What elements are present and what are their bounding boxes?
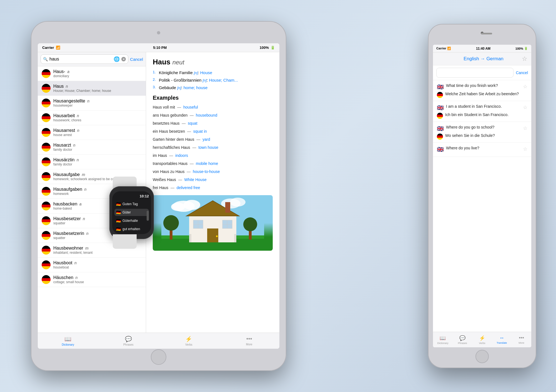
- scene: Carrier 📶 5:10 PM 100% 🔋: [14, 13, 542, 379]
- word-title: Hausärztin n: [53, 157, 79, 162]
- iphone-screen: Carrier 📶 11:40 AM 100% 🔋 English → Germ…: [433, 45, 531, 347]
- ipad-time: 5:10 PM: [153, 46, 167, 50]
- phrase-de-text: Welche Zeit haben Sie Arbeit zu beenden?: [445, 91, 527, 97]
- list-item[interactable]: Häuschen n cottage; small house: [38, 272, 146, 287]
- phrase-star-button[interactable]: ☆: [523, 104, 527, 110]
- list-item[interactable]: Hausarzt n family doctor: [38, 140, 146, 155]
- german-flag-icon: [42, 231, 51, 240]
- phrase-group: 🇬🇧 Where do you live? ☆: [433, 143, 531, 157]
- iphone-wifi-icon: 📶: [447, 47, 451, 50]
- favorite-star-button[interactable]: ☆: [522, 55, 527, 62]
- watch-word-label: Güter: [122, 210, 131, 214]
- phrase-english: 🇬🇧 Where do you go to school? ☆: [437, 125, 527, 132]
- tab-phrases[interactable]: 💬 Phrases: [98, 334, 159, 348]
- watch-list-item[interactable]: 🇩🇪 Guten Tag: [114, 200, 149, 208]
- watch-word-label: gut erhalten: [122, 227, 140, 231]
- watch-list-item[interactable]: 🇩🇪 gut erhalten: [114, 225, 149, 233]
- dictionary-tab-icon: 📖: [64, 336, 71, 342]
- word-text: Hausarbeit n housework; chores: [53, 113, 81, 122]
- tab-more[interactable]: ••• More: [219, 334, 280, 348]
- list-item[interactable]: Hausarrest n house arrest: [38, 125, 146, 140]
- word-title: Hausboot n: [53, 260, 77, 265]
- ipad-camera: [157, 31, 160, 34]
- list-item[interactable]: Haus n House; House; Chamber; home; hous…: [38, 81, 146, 96]
- ipad-search-input-wrap[interactable]: 🔍 haus 🌐 ✕: [41, 54, 128, 64]
- word-text: Hausärztin n family doctor: [53, 157, 79, 166]
- iphone-time: 11:40 AM: [476, 47, 490, 51]
- word-subtitle: house arrest: [53, 133, 79, 137]
- german-flag-icon: [42, 275, 51, 284]
- list-item[interactable]: Hausboot n houseboat: [38, 258, 146, 272]
- watch-flag-icon: 🇩🇪: [116, 202, 121, 206]
- german-flag-icon: [42, 69, 51, 78]
- watch-crown[interactable]: [147, 211, 149, 221]
- ipad-wifi-icon: 📶: [56, 46, 60, 50]
- verbs-tab-label: Verbs: [479, 342, 485, 345]
- iphone-tab-translate[interactable]: ↔ Translate: [492, 334, 512, 345]
- list-item[interactable]: Hausarbeit n housework; chores: [38, 110, 146, 125]
- ipad-home-button[interactable]: [151, 349, 166, 365]
- svg-point-11: [243, 217, 257, 231]
- phrase-german: Wo sehen Sie in die Schule?: [437, 133, 527, 140]
- iphone-tabbar: 📖 Dictionary 💬 Phrases ⚡ Verbs ↔ Transla…: [433, 332, 531, 347]
- phrase-group: 🇬🇧 I am a student in San Francisco. ☆ Ic…: [433, 101, 531, 122]
- ipad-search-text: haus: [49, 57, 112, 62]
- phrase-star-button[interactable]: ☆: [523, 125, 527, 131]
- definition-title: Haus neut: [153, 58, 273, 66]
- def-text: Politik - Großbritannien [n]: House; Cha…: [159, 77, 238, 83]
- carrier-label: Carrier: [436, 47, 446, 50]
- iphone-tab-phrases[interactable]: 💬 Phrases: [453, 334, 472, 346]
- list-item[interactable]: Haus- a domiciliary: [38, 66, 146, 81]
- phrase-star-button[interactable]: ☆: [523, 146, 527, 152]
- iphone-tab-dictionary[interactable]: 📖 Dictionary: [433, 334, 453, 346]
- clear-search-button[interactable]: ✕: [121, 57, 126, 61]
- tab-dictionary[interactable]: 📖 Dictionary: [38, 334, 98, 348]
- watch-list-item[interactable]: 🇩🇪 Güterhalle: [114, 217, 149, 224]
- uk-flag-icon: 🇬🇧: [437, 125, 444, 132]
- word-title: Hausarzt n: [53, 143, 75, 148]
- svg-point-9: [163, 215, 179, 231]
- iphone-statusbar: Carrier 📶 11:40 AM 100% 🔋: [433, 45, 531, 52]
- tab-verbs[interactable]: ⚡ Verbs: [159, 334, 219, 348]
- word-subtitle: home-baked: [53, 207, 82, 210]
- word-title: Häuschen n: [53, 275, 84, 280]
- globe-icon[interactable]: 🌐: [114, 56, 120, 62]
- phrase-star-button[interactable]: ☆: [523, 84, 527, 90]
- german-flag-icon: [42, 202, 51, 210]
- iphone-tab-more[interactable]: ••• More: [512, 334, 531, 345]
- iphone-search-input[interactable]: [436, 68, 514, 78]
- iphone-battery-icon: 🔋: [524, 47, 528, 50]
- ipad-battery: 100%: [260, 46, 269, 50]
- iphone-home-button[interactable]: [475, 350, 489, 363]
- svg-point-3: [171, 203, 185, 211]
- more-tab-icon: •••: [246, 336, 252, 342]
- watch-list-item[interactable]: 🇩🇪 Güter: [114, 209, 149, 216]
- phrases-icon: 💬: [459, 335, 465, 341]
- verbs-tab-label: Verbs: [185, 343, 192, 346]
- german-flag-icon: [437, 134, 443, 140]
- list-item[interactable]: Hausärztin n family doctor: [38, 155, 146, 169]
- ipad-cancel-button[interactable]: Cancel: [130, 57, 143, 62]
- phrase-german: Ich bin ein Student in San Francisco.: [437, 112, 527, 119]
- svg-rect-23: [189, 234, 191, 242]
- phrases-tab-icon: 💬: [125, 336, 132, 342]
- iphone-battery-label: 100%: [515, 47, 523, 50]
- list-item[interactable]: Hausangestellte n housekeeper: [38, 96, 146, 110]
- word-title: Hausarrest n: [53, 128, 79, 133]
- german-flag-icon: [42, 84, 51, 93]
- iphone-speaker: [481, 33, 492, 34]
- iphone-language-selector[interactable]: English → German: [464, 56, 504, 62]
- iphone-tab-verbs[interactable]: ⚡ Verbs: [472, 334, 492, 346]
- ipad-status-left: Carrier 📶: [42, 46, 60, 50]
- phrase-group: 🇬🇧 Where do you go to school? ☆ Wo sehen…: [433, 122, 531, 143]
- word-title: Haus- a: [53, 69, 69, 74]
- iphone-carrier: Carrier 📶: [436, 47, 451, 50]
- ipad-statusbar: Carrier 📶 5:10 PM 100% 🔋: [38, 43, 279, 52]
- watch-word-label: Güterhalle: [122, 219, 138, 223]
- phrase-english: 🇬🇧 What time do you finish work? ☆: [437, 83, 527, 90]
- iphone-cancel-button[interactable]: Cancel: [516, 71, 528, 75]
- word-title: Hausbesetzerin n: [53, 231, 88, 236]
- watch-body: 10:12 🇩🇪 Guten Tag 🇩🇪 Güter 🇩🇪 Güterhall…: [109, 186, 154, 239]
- ipad-search-bar: 🔍 haus 🌐 ✕ Cancel: [38, 52, 146, 66]
- word-subtitle: squatter: [53, 221, 85, 225]
